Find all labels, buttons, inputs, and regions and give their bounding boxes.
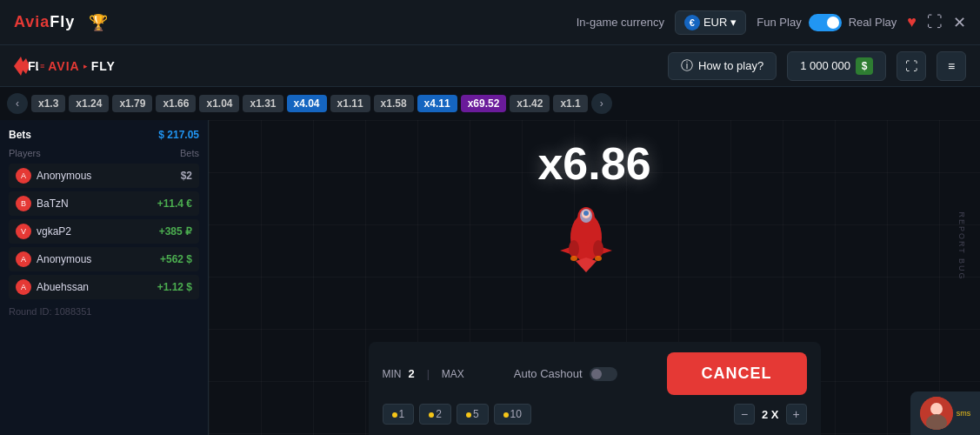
- mult-badge: x1.1: [553, 95, 587, 112]
- player-bet: $2: [181, 170, 192, 182]
- avatar: V: [16, 224, 31, 239]
- strip-right-arrow[interactable]: ›: [591, 93, 612, 114]
- mult-badge: x1.79: [112, 95, 152, 112]
- player-left: B BaTzN: [16, 196, 69, 211]
- players-col-label: Players: [9, 148, 41, 158]
- svg-point-11: [569, 240, 579, 258]
- mult-badge: x1.3: [31, 95, 65, 112]
- dollar-icon: $: [856, 57, 873, 75]
- currency-selector[interactable]: € EUR ▾: [675, 10, 746, 35]
- player-left: A Abuehssan: [16, 279, 89, 295]
- close-icon[interactable]: ✕: [953, 13, 966, 32]
- currency-label: In-game currency: [577, 16, 664, 29]
- mult-badge: x1.58: [374, 95, 414, 112]
- svg-point-14: [595, 256, 602, 261]
- fullscreen-button[interactable]: ⛶: [897, 51, 926, 81]
- mult-badge: x1.11: [330, 95, 370, 112]
- quick-bet-2[interactable]: 2: [419, 404, 451, 425]
- mult-badge: x1.31: [243, 95, 283, 112]
- info-icon: ⓘ: [681, 58, 693, 74]
- chat-label: sms: [957, 409, 971, 418]
- avatar: A: [16, 168, 31, 184]
- brand-logo-avia: AVIA: [48, 59, 79, 73]
- svg-marker-7: [586, 258, 597, 272]
- second-nav: FLY ≡ AVIA ▸ FLY ⓘ How to play? 1 000 00…: [0, 45, 980, 87]
- player-bet: +11.4 €: [157, 197, 192, 210]
- plane-container: [551, 190, 638, 294]
- player-name: Anonymous: [37, 253, 91, 265]
- mult-badge: x1.66: [156, 95, 196, 112]
- game-mode-toggle[interactable]: [809, 14, 842, 31]
- currency-value: EUR: [703, 16, 727, 29]
- trophy-icon: 🏆: [89, 13, 108, 32]
- list-item: B BaTzN +11.4 €: [9, 191, 199, 216]
- how-to-play-label: How to play?: [698, 59, 763, 72]
- auto-cashout-toggle[interactable]: [590, 367, 617, 381]
- svg-point-17: [930, 403, 943, 415]
- fun-play-label: Fun Play: [757, 16, 801, 29]
- brand-name: AviaFly: [14, 13, 75, 31]
- player-left: V vgkaP2: [16, 224, 71, 239]
- min-value: 2: [409, 367, 415, 380]
- mult-badge: x69.52: [461, 95, 507, 112]
- mult-badge: x1.04: [199, 95, 239, 112]
- bets-total: $ 217.05: [158, 129, 199, 141]
- game-area: x6.86: [209, 120, 980, 435]
- bottom-panel: MIN 2 | MAX Auto Cashout CANCEL 1 2 5 10: [369, 342, 821, 435]
- report-bug-label: REPORT BUG: [957, 211, 965, 280]
- mult-badge: x1.24: [69, 95, 109, 112]
- bets-col-label: Bets: [180, 148, 199, 158]
- heart-icon[interactable]: ♥: [907, 13, 917, 31]
- mult-badge: x1.42: [510, 95, 550, 112]
- min-max-row: MIN 2 | MAX: [383, 367, 464, 380]
- top-nav: AviaFly 🏆 In-game currency € EUR ▾ Fun P…: [0, 0, 980, 45]
- quick-bet-10[interactable]: 10: [494, 404, 531, 425]
- multiplier-decrease-button[interactable]: −: [734, 404, 755, 425]
- bets-title: Bets: [9, 129, 31, 141]
- svg-text:FLY: FLY: [28, 59, 38, 73]
- mult-badge: x4.11: [417, 95, 457, 112]
- avatar: B: [16, 196, 31, 211]
- sidebar-header: Bets $ 217.05: [9, 129, 199, 141]
- list-item: A Anonymous $2: [9, 164, 199, 188]
- expand-icon[interactable]: ⛶: [927, 13, 943, 31]
- quick-bets: 1 2 5 10: [383, 404, 531, 425]
- mult-badge: x4.04: [287, 95, 327, 112]
- brand-logo: FLY ≡ AVIA ▸ FLY: [14, 57, 116, 76]
- multiplier-increase-button[interactable]: +: [786, 404, 807, 425]
- svg-point-15: [583, 211, 589, 216]
- main-content: Bets $ 217.05 Players Bets A Anonymous $…: [0, 120, 980, 435]
- cancel-button[interactable]: CANCEL: [667, 352, 807, 395]
- auto-cashout-label: Auto Cashout: [514, 367, 583, 380]
- quick-bet-5[interactable]: 5: [457, 404, 489, 425]
- sidebar: Bets $ 217.05 Players Bets A Anonymous $…: [0, 120, 209, 435]
- chat-bubble[interactable]: sms: [910, 392, 980, 435]
- player-bet: +562 $: [160, 253, 192, 265]
- strip-left-arrow[interactable]: ‹: [7, 93, 28, 114]
- how-to-play-button[interactable]: ⓘ How to play?: [668, 52, 777, 80]
- balance-value: 1 000 000: [800, 59, 850, 72]
- chat-avatar-image: [920, 397, 953, 430]
- chat-avatar: [920, 397, 953, 430]
- player-left: A Anonymous: [16, 168, 91, 184]
- chevron-down-icon: ▾: [730, 16, 737, 29]
- svg-marker-6: [576, 258, 586, 272]
- max-label: MAX: [442, 368, 464, 380]
- list-item: V vgkaP2 +385 ₽: [9, 219, 199, 244]
- auto-cashout-row: Auto Cashout: [514, 367, 617, 381]
- brand-logo-fly: FLY: [91, 59, 116, 73]
- player-bet: +385 ₽: [159, 225, 192, 238]
- menu-button[interactable]: ≡: [937, 51, 966, 81]
- player-name: Abuehssan: [37, 281, 89, 293]
- quick-bet-1[interactable]: 1: [383, 404, 415, 425]
- player-left: A Anonymous: [16, 251, 91, 267]
- euro-icon: €: [684, 15, 700, 30]
- balance-display: 1 000 000 $: [787, 51, 886, 81]
- list-item: A Abuehssan +1.12 $: [9, 275, 199, 299]
- panel-top-row: MIN 2 | MAX Auto Cashout CANCEL: [383, 352, 807, 395]
- multiplier-display: x6.86: [537, 137, 650, 190]
- multiplier-strip: ‹ x1.3 x1.24 x1.79 x1.66 x1.04 x1.31 x4.…: [0, 87, 980, 120]
- plane-icon: [551, 190, 621, 277]
- game-mode-section: Fun Play Real Play: [757, 14, 897, 31]
- player-bet: +1.12 $: [157, 281, 192, 293]
